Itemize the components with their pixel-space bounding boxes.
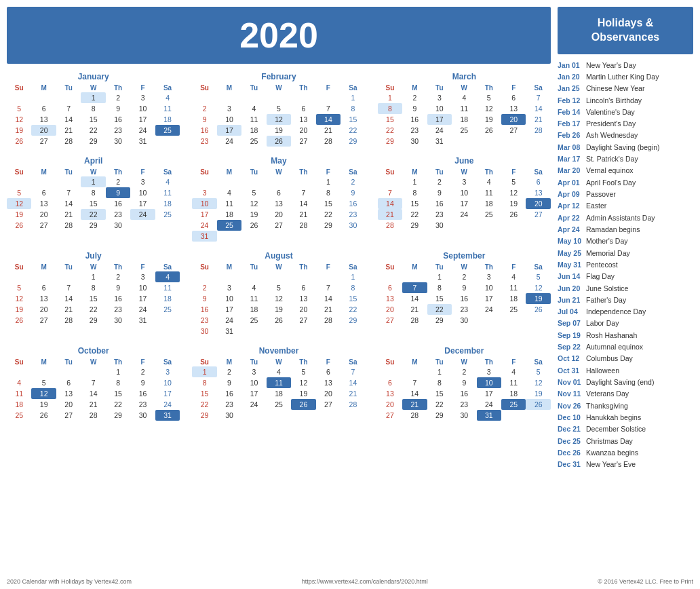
month-title: May: [192, 156, 365, 166]
day-cell: 27: [31, 315, 56, 326]
day-cell: 27: [31, 136, 56, 147]
day-cell: 14: [56, 198, 81, 209]
day-cell: 10: [130, 282, 155, 293]
holiday-name: Martin Luther King Day: [586, 71, 659, 83]
col-header-tu: Tu: [56, 83, 81, 92]
day-cell: 29: [316, 220, 341, 231]
day-cell: 16: [452, 293, 476, 304]
holiday-list: Jan 01New Year's DayJan 20Martin Luther …: [558, 60, 693, 471]
day-cell: 4: [155, 92, 180, 103]
holiday-item: Jun 14Flag Day: [558, 271, 693, 282]
day-cell: 22: [402, 209, 427, 220]
day-cell: [155, 315, 180, 326]
day-cell: 6: [316, 366, 341, 377]
day-cell: 11: [501, 377, 526, 388]
day-cell: 21: [291, 209, 315, 220]
day-cell: 19: [267, 304, 291, 315]
col-header-th: Th: [477, 83, 501, 92]
day-cell: 31: [477, 410, 501, 421]
col-header-su: Su: [378, 263, 402, 271]
day-cell: 16: [106, 114, 130, 125]
holiday-name: Independence Day: [586, 306, 646, 318]
day-cell: 10: [477, 377, 501, 388]
day-cell: 11: [217, 198, 241, 209]
day-cell: 23: [192, 136, 216, 147]
day-cell: 24: [130, 304, 155, 315]
day-cell: 11: [477, 187, 501, 198]
holiday-item: Feb 26Ash Wednesday: [558, 130, 693, 141]
day-cell: 29: [81, 136, 105, 147]
col-header-f: F: [316, 83, 341, 92]
day-cell: 10: [217, 114, 241, 125]
holiday-item: Mar 08Daylight Saving (begin): [558, 142, 693, 153]
day-cell: 15: [341, 293, 366, 304]
day-cell: 18: [155, 293, 180, 304]
holiday-name: Veterans Day: [586, 388, 629, 400]
day-cell: 6: [267, 187, 291, 198]
day-cell: 30: [106, 315, 130, 326]
day-cell: 30: [452, 410, 476, 421]
day-cell: 21: [56, 125, 81, 136]
day-cell: 12: [501, 187, 526, 198]
day-cell: 31: [130, 315, 155, 326]
holiday-name: Thanksgiving: [586, 400, 628, 412]
col-header-f: F: [130, 83, 155, 92]
day-cell: 15: [192, 388, 216, 399]
day-cell: 1: [81, 176, 105, 187]
day-cell: 5: [291, 366, 315, 377]
day-cell: 8: [81, 187, 105, 198]
day-cell: 29: [192, 410, 216, 421]
day-cell: 27: [526, 209, 551, 220]
day-cell: 29: [378, 136, 402, 147]
col-header-f: F: [501, 358, 526, 366]
day-cell: 20: [378, 304, 402, 315]
year-label: 2020: [239, 16, 318, 55]
day-cell: [378, 366, 402, 377]
holiday-name: Autumnal equinox: [586, 341, 643, 353]
day-cell: 31: [427, 136, 452, 147]
day-cell: 7: [402, 377, 427, 388]
col-header-su: Su: [192, 83, 216, 92]
day-cell: 10: [155, 377, 180, 388]
day-cell: [31, 176, 56, 187]
day-cell: 7: [378, 187, 402, 198]
footer: 2020 Calendar with Holidays by Vertex42.…: [0, 574, 700, 589]
day-cell: 11: [7, 388, 31, 399]
col-header-su: Su: [378, 83, 402, 92]
col-header-sa: Sa: [341, 168, 366, 176]
day-cell: 7: [316, 103, 341, 114]
day-cell: 19: [526, 388, 551, 399]
month-title: June: [378, 156, 551, 166]
day-cell: 30: [106, 220, 130, 231]
col-header-th: Th: [106, 263, 130, 271]
day-cell: 27: [316, 399, 341, 410]
day-cell: 16: [192, 304, 216, 315]
holiday-date: Sep 22: [558, 341, 583, 353]
day-cell: 10: [192, 198, 216, 209]
day-cell: 14: [316, 293, 341, 304]
day-cell: 12: [31, 388, 56, 399]
day-cell: 16: [452, 388, 476, 399]
day-cell: 30: [217, 410, 241, 421]
day-cell: 28: [378, 220, 402, 231]
col-header-sa: Sa: [526, 83, 551, 92]
holiday-name: Vernal equinox: [586, 165, 633, 176]
day-cell: 25: [501, 399, 526, 410]
day-cell: 20: [316, 388, 341, 399]
day-cell: 5: [7, 187, 31, 198]
day-cell: 2: [106, 271, 130, 282]
col-header-w: W: [267, 358, 291, 366]
day-cell: 1: [341, 92, 366, 103]
day-cell: 20: [291, 125, 315, 136]
col-header-sa: Sa: [155, 358, 180, 366]
holiday-date: Dec 10: [558, 412, 583, 423]
col-header-w: W: [267, 168, 291, 176]
holiday-item: Apr 22Admin Assistants Day: [558, 212, 693, 224]
day-cell: [31, 271, 56, 282]
day-cell: [291, 326, 315, 337]
day-cell: 6: [291, 282, 315, 293]
day-cell: 24: [130, 125, 155, 136]
day-cell: 4: [501, 271, 526, 282]
day-cell: [192, 92, 216, 103]
holiday-date: Mar 17: [558, 153, 583, 165]
